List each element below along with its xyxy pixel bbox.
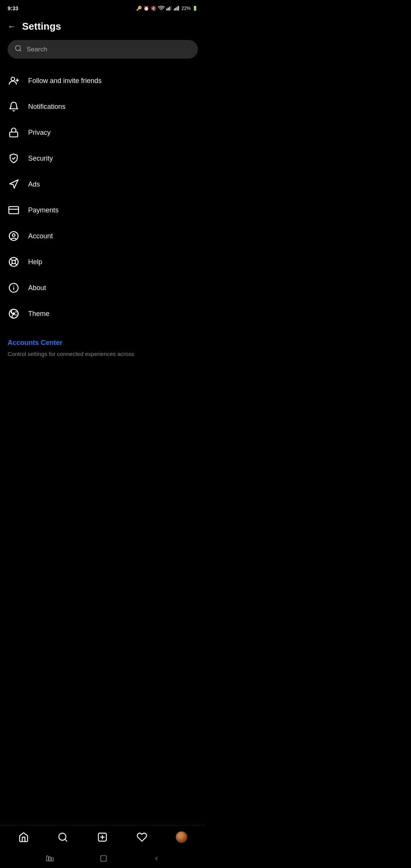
key-icon: 🔑 <box>136 6 142 11</box>
lock-icon <box>8 126 20 139</box>
svg-rect-5 <box>175 8 176 10</box>
back-arrow-icon: ← <box>8 22 16 32</box>
svg-point-30 <box>11 311 12 313</box>
menu-item-theme[interactable]: Theme <box>8 301 198 327</box>
battery-icon: 🔋 <box>192 6 198 11</box>
info-circle-icon <box>8 282 20 294</box>
status-bar: 9:33 🔑 ⏰ 🔇 22% 🔋 <box>0 0 206 15</box>
svg-rect-1 <box>168 8 169 10</box>
menu-list: Follow and invite friends Notifications … <box>0 68 206 327</box>
search-bar[interactable]: Search <box>8 40 198 59</box>
svg-rect-3 <box>170 6 171 10</box>
shield-check-icon <box>8 152 20 164</box>
menu-item-ads[interactable]: Ads <box>8 171 198 197</box>
battery-percent: 22% <box>182 6 191 11</box>
menu-item-label-notifications: Notifications <box>28 103 65 111</box>
menu-item-privacy[interactable]: Privacy <box>8 120 198 145</box>
menu-item-label-security: Security <box>28 155 53 163</box>
svg-rect-6 <box>177 6 177 10</box>
menu-item-account[interactable]: Account <box>8 223 198 249</box>
svg-rect-0 <box>166 8 167 10</box>
mute-icon: 🔇 <box>151 6 156 11</box>
add-person-icon <box>8 75 20 87</box>
svg-point-31 <box>15 311 17 313</box>
menu-item-payments[interactable]: Payments <box>8 197 198 223</box>
megaphone-icon <box>8 178 20 190</box>
svg-point-10 <box>11 77 14 81</box>
svg-rect-13 <box>10 132 18 137</box>
accounts-center-title[interactable]: Accounts Center <box>8 339 198 347</box>
search-placeholder: Search <box>27 46 47 53</box>
accounts-center-desc: Control settings for connected experienc… <box>8 350 198 358</box>
status-time: 9:33 <box>8 5 18 11</box>
status-icons: 🔑 ⏰ 🔇 22% 🔋 <box>136 5 198 12</box>
wifi-icon <box>158 5 165 12</box>
menu-item-label-privacy: Privacy <box>28 129 51 137</box>
palette-icon <box>8 308 20 320</box>
header: ← Settings <box>0 15 206 40</box>
svg-line-24 <box>11 263 13 265</box>
signal2-icon <box>174 5 180 12</box>
menu-item-label-account: Account <box>28 232 53 240</box>
svg-rect-4 <box>174 8 175 10</box>
person-circle-icon <box>8 230 20 242</box>
menu-item-follow-friends[interactable]: Follow and invite friends <box>8 68 198 94</box>
accounts-center-section: Accounts Center Control settings for con… <box>0 327 206 364</box>
svg-line-21 <box>15 263 17 265</box>
signal-icon <box>166 5 172 12</box>
svg-point-17 <box>13 234 15 236</box>
svg-line-20 <box>11 259 13 261</box>
menu-item-label-about: About <box>28 284 46 292</box>
svg-line-9 <box>20 50 21 51</box>
menu-item-notifications[interactable]: Notifications <box>8 94 198 120</box>
lifebuoy-icon <box>8 256 20 268</box>
svg-rect-2 <box>169 6 170 10</box>
svg-point-32 <box>15 314 17 316</box>
svg-rect-14 <box>9 207 19 214</box>
page-title: Settings <box>22 21 61 32</box>
menu-item-help[interactable]: Help <box>8 249 198 275</box>
menu-item-label-ads: Ads <box>28 180 40 188</box>
menu-item-label-payments: Payments <box>28 206 59 214</box>
search-icon <box>14 45 22 54</box>
menu-item-about[interactable]: About <box>8 275 198 301</box>
bell-icon <box>8 101 20 113</box>
svg-line-23 <box>15 259 16 261</box>
alarm-icon: ⏰ <box>143 6 149 11</box>
menu-item-security[interactable]: Security <box>8 145 198 171</box>
menu-item-label-follow-friends: Follow and invite friends <box>28 77 102 85</box>
menu-item-label-help: Help <box>28 258 42 266</box>
credit-card-icon <box>8 204 20 216</box>
search-container: Search <box>0 40 206 68</box>
back-button[interactable]: ← <box>8 22 16 32</box>
menu-item-label-theme: Theme <box>28 310 49 318</box>
svg-rect-7 <box>178 6 179 10</box>
